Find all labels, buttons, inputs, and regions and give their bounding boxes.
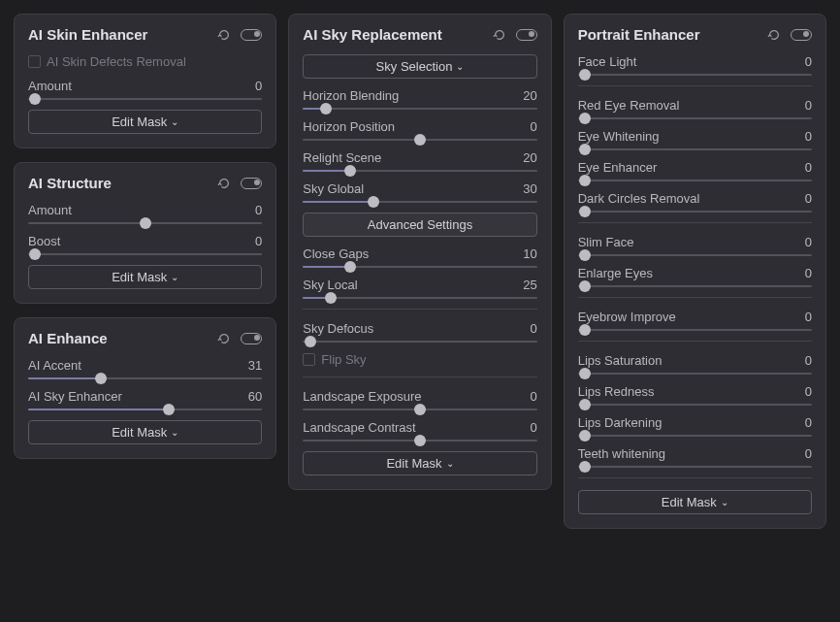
slider-value: 0 bbox=[255, 234, 262, 248]
slider-value: 0 bbox=[805, 310, 812, 324]
slider-lips-darkening[interactable]: Lips Darkening0 bbox=[578, 415, 812, 437]
panel-title: AI Skin Enhancer bbox=[28, 26, 147, 43]
slider-sky-global[interactable]: Sky Global30 bbox=[303, 181, 536, 203]
slider-value: 0 bbox=[805, 129, 812, 144]
slider-label: AI Accent bbox=[28, 358, 81, 373]
slider-value: 0 bbox=[530, 389, 536, 404]
slider-red-eye[interactable]: Red Eye Removal0 bbox=[578, 98, 812, 119]
panel-toggle[interactable] bbox=[241, 178, 262, 189]
slider-relight-scene[interactable]: Relight Scene20 bbox=[303, 150, 536, 172]
slider-value: 30 bbox=[523, 181, 536, 196]
panel-toggle[interactable] bbox=[791, 29, 812, 41]
slider-ai-sky-enhancer[interactable]: AI Sky Enhancer60 bbox=[28, 389, 262, 410]
slider-label: Landscape Exposure bbox=[303, 389, 421, 404]
undo-icon[interactable] bbox=[217, 332, 231, 345]
chevron-down-icon: ⌄ bbox=[171, 116, 178, 127]
slider-eye-whitening[interactable]: Eye Whitening0 bbox=[578, 129, 812, 150]
slider-label: Lips Redness bbox=[578, 384, 655, 399]
edit-mask-button[interactable]: Edit Mask⌄ bbox=[28, 420, 262, 444]
panel-title: AI Sky Replacement bbox=[303, 26, 441, 43]
slider-teeth-whitening[interactable]: Teeth whitening0 bbox=[578, 446, 812, 468]
slider-label: Horizon Position bbox=[303, 119, 395, 134]
slider-landscape-contrast[interactable]: Landscape Contrast0 bbox=[303, 420, 536, 442]
undo-icon[interactable] bbox=[493, 28, 506, 42]
slider-label: Red Eye Removal bbox=[578, 98, 680, 113]
undo-icon[interactable] bbox=[767, 28, 781, 42]
slider-label: Amount bbox=[28, 203, 72, 217]
panel-title: AI Enhance bbox=[28, 330, 108, 346]
panel-toggle[interactable] bbox=[516, 29, 537, 41]
slider-value: 0 bbox=[805, 191, 812, 206]
slider-dark-circles[interactable]: Dark Circles Removal0 bbox=[578, 191, 812, 213]
undo-icon[interactable] bbox=[217, 177, 231, 190]
slider-ai-accent[interactable]: AI Accent31 bbox=[28, 358, 262, 379]
panel-portrait-enhancer: Portrait Enhancer Face Light0 Red Eye Re… bbox=[564, 14, 826, 529]
slider-sky-local[interactable]: Sky Local25 bbox=[303, 278, 536, 299]
panel-title: Portrait Enhancer bbox=[578, 26, 700, 43]
slider-label: Enlarge Eyes bbox=[578, 266, 653, 280]
slider-slim-face[interactable]: Slim Face0 bbox=[578, 235, 812, 256]
chevron-down-icon: ⌄ bbox=[721, 497, 728, 507]
slider-label: AI Sky Enhancer bbox=[28, 389, 122, 404]
slider-value: 0 bbox=[805, 384, 812, 399]
edit-mask-button[interactable]: Edit Mask⌄ bbox=[578, 490, 812, 514]
slider-close-gaps[interactable]: Close Gaps10 bbox=[303, 246, 536, 268]
slider-label: Landscape Contrast bbox=[303, 420, 415, 435]
slider-value: 20 bbox=[523, 150, 536, 165]
undo-icon[interactable] bbox=[217, 28, 231, 42]
slider-value: 0 bbox=[805, 446, 812, 461]
slider-label: Face Light bbox=[578, 54, 637, 69]
slider-label: Sky Local bbox=[303, 278, 357, 292]
checkbox-icon bbox=[28, 55, 41, 68]
edit-mask-button[interactable]: Edit Mask⌄ bbox=[28, 265, 262, 289]
slider-boost[interactable]: Boost0 bbox=[28, 234, 262, 255]
slider-eye-enhancer[interactable]: Eye Enhancer0 bbox=[578, 160, 812, 181]
slider-value: 10 bbox=[523, 246, 536, 261]
slider-label: Lips Saturation bbox=[578, 353, 662, 368]
slider-value: 0 bbox=[805, 160, 812, 175]
slider-lips-redness[interactable]: Lips Redness0 bbox=[578, 384, 812, 406]
slider-label: Boost bbox=[28, 234, 60, 248]
slider-label: Horizon Blending bbox=[303, 88, 399, 103]
chevron-down-icon: ⌄ bbox=[171, 272, 178, 282]
chevron-down-icon: ⌄ bbox=[171, 427, 178, 438]
slider-value: 0 bbox=[255, 203, 262, 217]
slider-eyebrow-improve[interactable]: Eyebrow Improve0 bbox=[578, 310, 812, 331]
panel-toggle[interactable] bbox=[241, 29, 262, 41]
slider-enlarge-eyes[interactable]: Enlarge Eyes0 bbox=[578, 266, 812, 287]
slider-value: 0 bbox=[530, 321, 536, 336]
chevron-down-icon: ⌄ bbox=[446, 458, 454, 469]
checkbox-label: Flip Sky bbox=[321, 352, 366, 367]
slider-face-light[interactable]: Face Light0 bbox=[578, 54, 812, 76]
slider-label: Slim Face bbox=[578, 235, 634, 249]
slider-value: 0 bbox=[255, 79, 262, 93]
edit-mask-button[interactable]: Edit Mask⌄ bbox=[303, 451, 536, 475]
slider-amount[interactable]: Amount0 bbox=[28, 79, 262, 100]
slider-landscape-exposure[interactable]: Landscape Exposure0 bbox=[303, 389, 536, 410]
flip-sky-checkbox-row[interactable]: Flip Sky bbox=[303, 352, 536, 367]
slider-horizon-blending[interactable]: Horizon Blending20 bbox=[303, 88, 536, 110]
panel-toggle[interactable] bbox=[241, 333, 262, 344]
slider-amount[interactable]: Amount0 bbox=[28, 203, 262, 224]
panel-structure: AI Structure Amount0 Boost0 Edit Mask⌄ bbox=[14, 162, 276, 304]
slider-value: 20 bbox=[523, 88, 536, 103]
slider-label: Eye Enhancer bbox=[578, 160, 658, 175]
slider-label: Sky Defocus bbox=[303, 321, 373, 336]
slider-horizon-position[interactable]: Horizon Position0 bbox=[303, 119, 536, 141]
slider-value: 0 bbox=[530, 119, 536, 134]
slider-label: Sky Global bbox=[303, 181, 364, 196]
panel-skin-enhancer: AI Skin Enhancer AI Skin Defects Removal… bbox=[14, 14, 276, 148]
slider-value: 31 bbox=[248, 358, 262, 373]
slider-label: Eyebrow Improve bbox=[578, 310, 676, 324]
slider-value: 0 bbox=[530, 420, 536, 435]
slider-lips-saturation[interactable]: Lips Saturation0 bbox=[578, 353, 812, 375]
slider-sky-defocus[interactable]: Sky Defocus0 bbox=[303, 321, 536, 343]
slider-label: Eye Whitening bbox=[578, 129, 660, 144]
slider-label: Amount bbox=[28, 79, 72, 93]
edit-mask-button[interactable]: Edit Mask⌄ bbox=[28, 110, 262, 134]
skin-defects-checkbox-row[interactable]: AI Skin Defects Removal bbox=[28, 54, 262, 69]
slider-value: 0 bbox=[805, 353, 812, 368]
slider-value: 0 bbox=[805, 266, 812, 280]
sky-selection-button[interactable]: Sky Selection⌄ bbox=[303, 54, 536, 79]
advanced-settings-button[interactable]: Advanced Settings bbox=[303, 213, 536, 237]
